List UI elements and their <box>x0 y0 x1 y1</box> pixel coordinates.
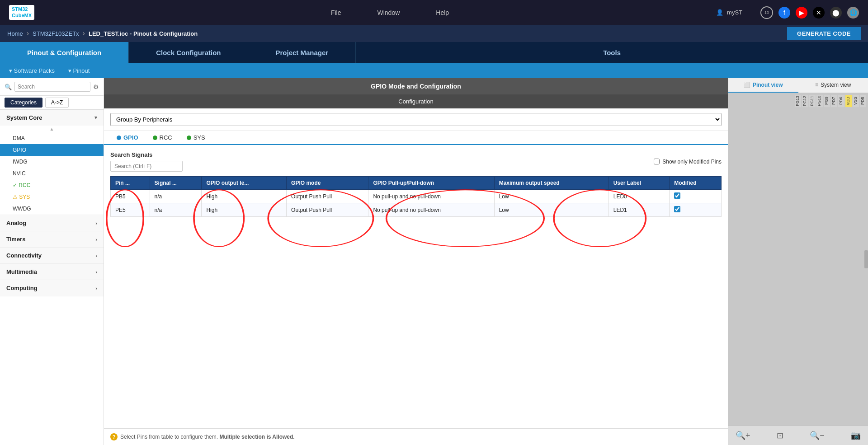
tab-system-view[interactable]: ≡ System view <box>798 78 868 93</box>
dot-gpio <box>117 136 121 140</box>
sidebar-section-system-core: System Core ▾ ▲ DMA GPIO IWDG NVIC ✓ RCC… <box>0 110 104 215</box>
resize-handle[interactable] <box>864 250 868 268</box>
sidebar-item-nvic[interactable]: NVIC <box>0 168 104 179</box>
menu-file[interactable]: File <box>331 9 341 16</box>
menu-help[interactable]: Help <box>436 9 449 16</box>
cell-modified-0 <box>670 190 722 203</box>
table-row[interactable]: PE5 n/a High Output Push Pull No pull-up… <box>111 203 722 217</box>
sidebar-item-rcc[interactable]: ✓ RCC <box>0 179 104 191</box>
facebook-icon[interactable]: f <box>778 7 790 19</box>
fit-view-button[interactable]: ⊡ <box>777 431 783 440</box>
sub-tab-software-packs[interactable]: ▾ Software Packs <box>9 67 55 74</box>
sidebar-item-iwdg[interactable]: IWDG <box>0 156 104 168</box>
bc-chip[interactable]: STM32F103ZETx <box>33 30 79 37</box>
dot-sys <box>187 136 191 140</box>
zoom-out-button[interactable]: 🔍− <box>810 431 825 440</box>
col-signal: Signal ... <box>150 177 202 190</box>
chevron-right-icon-multimedia: › <box>95 269 97 275</box>
right-panel-tabs: ⬜ Pinout view ≡ System view <box>728 78 868 93</box>
bc-file: LED_TEST.ioc - Pinout & Configuration <box>89 30 198 37</box>
col-output-level: GPIO output le... <box>202 177 287 190</box>
logo-box: STM32 CubeMX <box>9 5 34 19</box>
hint-icon: ? <box>110 433 118 440</box>
tab-pinout[interactable]: Pinout & Configuration <box>0 42 129 63</box>
gpio-tab-sys[interactable]: SYS <box>180 131 212 145</box>
sub-tab-bar: ▾ Software Packs ▾ Pinout <box>0 63 868 78</box>
tab-pinout-view[interactable]: ⬜ Pinout view <box>728 78 798 93</box>
settings-icon[interactable]: ⚙ <box>93 83 99 90</box>
globe-icon[interactable]: 🌐 <box>847 7 859 19</box>
right-panel-bottom: 🔍+ ⊡ 🔍− 📷 <box>728 425 868 445</box>
tab-tools[interactable]: Tools <box>356 42 868 63</box>
pin-label-pg13: PG13 <box>795 95 801 107</box>
logo-line2: CubeMX <box>12 13 32 19</box>
sidebar-section-label-multimedia: Multimedia <box>6 268 37 275</box>
cell-modified-1 <box>670 203 722 217</box>
cell-speed-0: Low <box>494 190 609 203</box>
export-button[interactable]: 📷 <box>851 431 861 440</box>
sidebar-section-connectivity: Connectivity › <box>0 248 104 264</box>
main-tab-bar: Pinout & Configuration Clock Configurati… <box>0 42 868 63</box>
cell-signal-1: n/a <box>150 203 202 217</box>
sidebar-section-header-analog[interactable]: Analog › <box>0 215 104 231</box>
twitter-icon[interactable]: ✕ <box>813 7 825 19</box>
zoom-in-button[interactable]: 🔍+ <box>736 431 750 440</box>
col-pin: Pin ... <box>111 177 150 190</box>
github-icon[interactable]: ⬤ <box>830 7 842 19</box>
bc-home[interactable]: Home <box>7 30 23 37</box>
cell-pin-1: PE5 <box>111 203 150 217</box>
sub-tab-pinout[interactable]: ▾ Pinout <box>68 67 90 74</box>
pin-label-vss: VSS <box>853 95 859 107</box>
col-label: User Label <box>609 177 669 190</box>
chevron-right-icon-timers: › <box>95 237 97 242</box>
menu-window[interactable]: Window <box>377 9 400 16</box>
cat-tab-az[interactable]: A->Z <box>45 98 69 108</box>
sidebar: 🔍 ⚙ Categories A->Z System Core ▾ ▲ DMA … <box>0 78 104 445</box>
search-signals-label: Search Signals <box>110 151 183 158</box>
group-by-select[interactable]: Group By Peripherals <box>110 113 722 126</box>
sidebar-section-header-connectivity[interactable]: Connectivity › <box>0 248 104 263</box>
table-row[interactable]: PB5 n/a High Output Push Pull No pull-up… <box>111 190 722 203</box>
sidebar-section-header-system-core[interactable]: System Core ▾ <box>0 110 104 126</box>
bc-sep1: › <box>27 29 29 37</box>
chevron-down-icon: ▾ <box>94 115 97 121</box>
signal-search-input[interactable] <box>110 161 183 172</box>
myst-area[interactable]: 👤 myST <box>716 9 742 16</box>
user-icon: 👤 <box>716 9 723 16</box>
modified-checkbox-1[interactable] <box>674 206 680 212</box>
sidebar-item-sys[interactable]: ⚠ SYS <box>0 191 104 203</box>
tab-clock[interactable]: Clock Configuration <box>129 42 248 63</box>
search-input[interactable] <box>14 82 90 92</box>
show-modified-label: Show only Modified Pins <box>662 159 722 165</box>
col-speed: Maximum output speed <box>494 177 609 190</box>
sidebar-section-header-timers[interactable]: Timers › <box>0 231 104 247</box>
pin-label-vdd: VDD <box>845 95 852 107</box>
generate-code-button[interactable]: GENERATE CODE <box>787 27 861 40</box>
system-view-icon: ≡ <box>815 82 818 88</box>
sidebar-item-gpio[interactable]: GPIO <box>0 144 104 156</box>
right-panel: ⬜ Pinout view ≡ System view PG13 PG12 PG… <box>728 78 868 445</box>
cat-tab-categories[interactable]: Categories <box>5 98 42 108</box>
show-modified-checkbox[interactable] <box>654 159 660 164</box>
bottom-hint: ? Select Pins from table to configure th… <box>104 428 728 445</box>
cell-label-1: LED1 <box>609 203 669 217</box>
gpio-tab-gpio[interactable]: GPIO <box>110 131 145 145</box>
tab-project[interactable]: Project Manager <box>248 42 356 63</box>
sidebar-item-dma[interactable]: DMA <box>0 132 104 144</box>
show-modified-row: Show only Modified Pins <box>654 159 722 165</box>
pin-label-pg9: PG9 <box>824 95 830 107</box>
youtube-icon[interactable]: ▶ <box>796 7 807 19</box>
sidebar-section-header-computing[interactable]: Computing › <box>0 280 104 296</box>
pin-label-pg10: PG10 <box>816 95 823 107</box>
myst-label: myST <box>727 9 742 16</box>
cell-speed-1: Low <box>494 203 609 217</box>
top-bar: STM32 CubeMX File Window Help 👤 myST 10 … <box>0 0 868 25</box>
modified-checkbox-0[interactable] <box>674 192 680 199</box>
logo-line1: STM32 <box>12 6 32 12</box>
sidebar-section-header-multimedia[interactable]: Multimedia › <box>0 264 104 280</box>
chevron-right-icon-computing: › <box>95 286 97 291</box>
sidebar-item-wwdg[interactable]: WWDG <box>0 203 104 215</box>
gpio-tab-rcc[interactable]: RCC <box>146 131 179 145</box>
pin-label-pd5: PD5 <box>860 95 866 107</box>
sidebar-scroll-up[interactable]: ▲ <box>0 126 104 132</box>
